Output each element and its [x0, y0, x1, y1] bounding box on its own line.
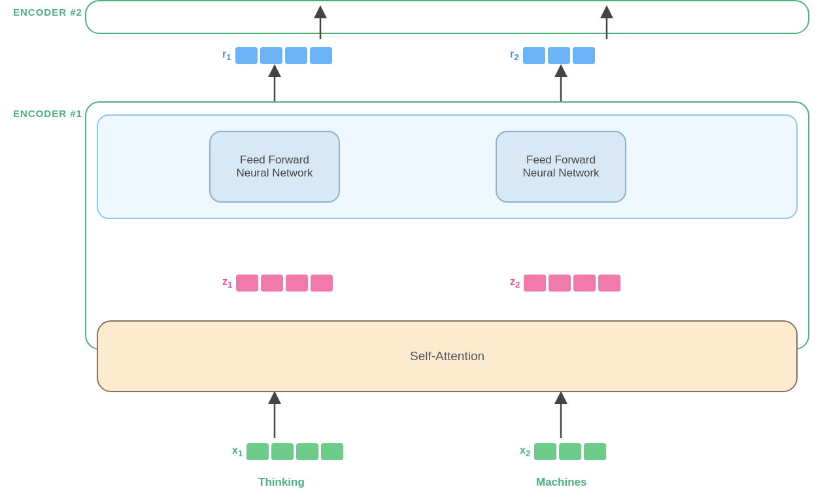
r2-block2 — [548, 47, 570, 64]
ffn-section-box — [97, 114, 798, 219]
r1-blocks — [235, 47, 332, 64]
z1-block3 — [286, 275, 308, 292]
x2-blocks — [534, 443, 606, 460]
r2-group: r2 — [510, 47, 595, 64]
z1-block2 — [261, 275, 283, 292]
r1-block1 — [235, 47, 258, 64]
z2-blocks — [524, 275, 620, 292]
encoder1-label: ENCODER #1 — [13, 108, 82, 119]
x1-label: x1 — [232, 445, 243, 458]
ffn-left-box: Feed ForwardNeural Network — [209, 131, 340, 203]
x1-blocks — [246, 443, 343, 460]
r1-group: r1 — [222, 47, 332, 64]
r2-block3 — [573, 47, 595, 64]
x2-block1 — [534, 443, 556, 460]
r2-blocks — [523, 47, 595, 64]
r1-block3 — [285, 47, 307, 64]
r1-block4 — [310, 47, 332, 64]
thinking-label: Thinking — [258, 476, 305, 489]
r1-block2 — [260, 47, 282, 64]
z2-group: z2 — [510, 275, 620, 292]
encoder2-label: ENCODER #2 — [13, 7, 82, 18]
x1-block3 — [296, 443, 318, 460]
x1-block4 — [321, 443, 343, 460]
x1-block2 — [271, 443, 294, 460]
r2-block1 — [523, 47, 545, 64]
machines-label: Machines — [536, 476, 586, 489]
z1-block1 — [236, 275, 258, 292]
r1-label: r1 — [222, 48, 231, 62]
x2-block3 — [584, 443, 606, 460]
z2-block2 — [549, 275, 571, 292]
x2-block2 — [559, 443, 581, 460]
r2-label: r2 — [510, 48, 519, 62]
x1-group: x1 — [232, 443, 343, 460]
z2-block3 — [573, 275, 596, 292]
self-attention-label: Self-Attention — [410, 349, 484, 363]
z1-blocks — [236, 275, 333, 292]
z1-block4 — [311, 275, 333, 292]
z1-group: z1 — [222, 275, 333, 292]
z1-label: z1 — [222, 276, 232, 290]
encoder2-box — [85, 0, 809, 34]
ffn-right-box: Feed ForwardNeural Network — [496, 131, 626, 203]
x1-block1 — [246, 443, 269, 460]
z2-block1 — [524, 275, 546, 292]
z2-block4 — [598, 275, 620, 292]
diagram-container: ENCODER #2 r1 — [0, 0, 829, 504]
z2-label: z2 — [510, 276, 520, 290]
self-attention-box: Self-Attention — [97, 320, 798, 392]
x2-label: x2 — [520, 445, 530, 458]
x2-group: x2 — [520, 443, 606, 460]
